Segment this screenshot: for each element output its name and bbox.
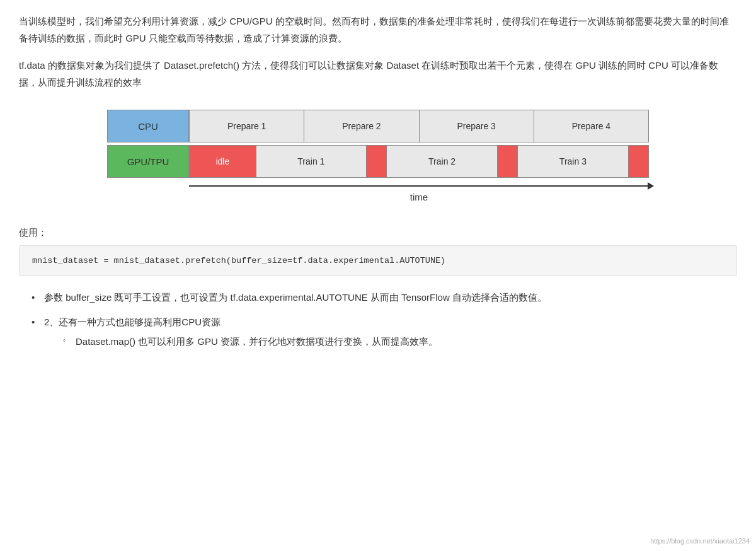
sub-bullet-text-1: Dataset.map() 也可以利用多 GPU 资源，并行化地对数据项进行变换… — [76, 333, 737, 350]
bullet-marker-2: • — [32, 313, 44, 354]
time-line — [189, 185, 649, 187]
prefetch-diagram: CPU Prepare 1 Prepare 2 Prepare 3 Prepar… — [107, 103, 649, 214]
diagram-grid: CPU Prepare 1 Prepare 2 Prepare 3 Prepar… — [107, 110, 649, 178]
time-wrapper: time — [189, 185, 649, 202]
cpu-row: CPU Prepare 1 Prepare 2 Prepare 3 Prepar… — [107, 110, 649, 142]
paragraph-1: 当训练模型时，我们希望充分利用计算资源，减少 CPU/GPU 的空载时间。然而有… — [19, 13, 737, 47]
prepare-4-cell: Prepare 4 — [534, 110, 648, 142]
time-axis: time — [107, 185, 649, 202]
bullet-item-2: • 2、还有一种方式也能够提高利用CPU资源 ◦ Dataset.map() 也… — [32, 313, 737, 354]
bullet-item-1: • 参数 buffer_size 既可手工设置，也可设置为 tf.data.ex… — [32, 289, 737, 306]
prepare-3-cell: Prepare 3 — [420, 110, 534, 142]
red-gap-3 — [629, 146, 648, 177]
prepare-1-cell: Prepare 1 — [190, 110, 304, 142]
bullet-text-2: 2、还有一种方式也能够提高利用CPU资源 — [44, 316, 220, 327]
gpu-cells: idle Train 1 Train 2 Train 3 — [189, 145, 649, 178]
bullet-list: • 参数 buffer_size 既可手工设置，也可设置为 tf.data.ex… — [32, 289, 737, 354]
paragraph-2: tf.data 的数据集对象为我们提供了 Dataset.prefetch() … — [19, 57, 737, 91]
cpu-label: CPU — [107, 110, 189, 142]
gpu-row: GPU/TPU idle Train 1 Train 2 Train 3 — [107, 145, 649, 178]
usage-label: 使用： — [19, 227, 737, 239]
train-1-cell: Train 1 — [256, 146, 367, 177]
train-2-cell: Train 2 — [387, 146, 497, 177]
sub-bullet-marker-1: ◦ — [63, 333, 76, 350]
bullet-text-1: 参数 buffer_size 既可手工设置，也可设置为 tf.data.expe… — [44, 289, 737, 306]
red-gap-1 — [367, 146, 387, 177]
time-label: time — [410, 192, 428, 202]
code-block: mnist_dataset = mnist_dataset.prefetch(b… — [19, 245, 737, 276]
sub-bullet-list: ◦ Dataset.map() 也可以利用多 GPU 资源，并行化地对数据项进行… — [63, 333, 737, 350]
gpu-label: GPU/TPU — [107, 145, 189, 178]
prepare-2-cell: Prepare 2 — [304, 110, 419, 142]
cpu-cells: Prepare 1 Prepare 2 Prepare 3 Prepare 4 — [189, 110, 649, 142]
red-gap-2 — [498, 146, 518, 177]
bullet-marker-1: • — [32, 289, 44, 306]
train-3-cell: Train 3 — [518, 146, 628, 177]
sub-bullet-item-1: ◦ Dataset.map() 也可以利用多 GPU 资源，并行化地对数据项进行… — [63, 333, 737, 350]
idle-cell: idle — [190, 146, 256, 177]
